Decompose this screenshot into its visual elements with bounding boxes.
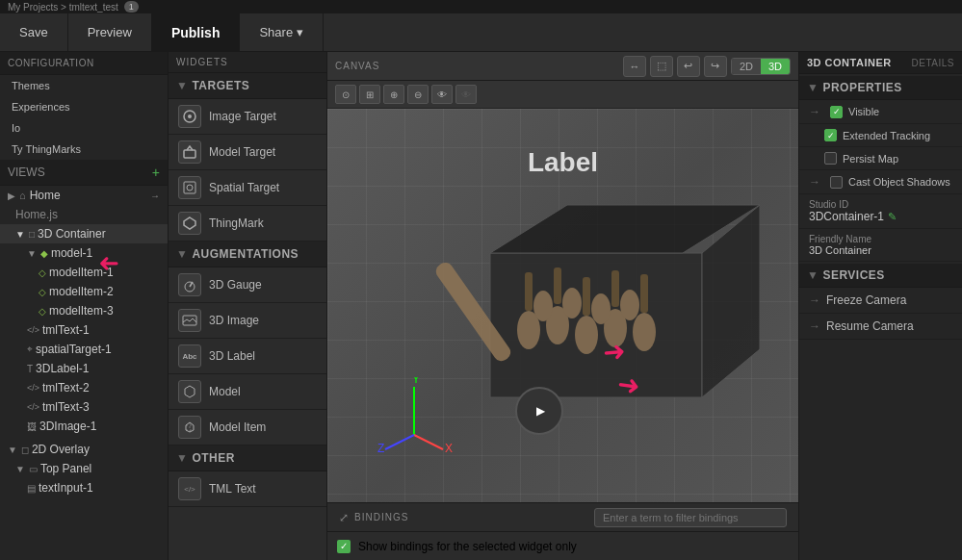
tmltext-1-label: tmlText-1 — [42, 323, 90, 337]
freeze-camera-service[interactable]: → Freeze Camera — [799, 288, 962, 314]
textinput-icon: ▤ — [27, 483, 36, 494]
3d-image-icon — [178, 309, 201, 332]
targets-section-header[interactable]: ▼ TARGETS — [169, 73, 326, 99]
camera-reset-btn[interactable]: ⊙ — [335, 85, 356, 104]
studio-id-edit-button[interactable]: ✎ — [888, 211, 897, 223]
visible-checkbox[interactable]: ✓ — [830, 106, 843, 118]
tree-item-top-panel[interactable]: ▼ ▭ Top Panel — [0, 459, 168, 478]
svg-line-27 — [414, 435, 443, 449]
redo-tool[interactable]: ↪ — [704, 56, 727, 77]
add-view-button[interactable]: + — [152, 165, 160, 180]
top-panel-label: Top Panel — [40, 462, 91, 475]
container-expand-arrow: ▼ — [15, 229, 25, 240]
resume-camera-service[interactable]: → Resume Camera — [799, 314, 962, 340]
tree-item-3dimage-1[interactable]: 🖼 3DImage-1 — [0, 417, 168, 436]
svg-rect-22 — [583, 277, 590, 316]
publish-button[interactable]: Publish — [152, 13, 241, 52]
tree-item-spatialtarget-1[interactable]: ⌖ spatialTarget-1 — [0, 340, 168, 359]
config-io[interactable]: Io — [0, 117, 168, 139]
toolbar: Save Preview Publish Share ▾ — [0, 13, 962, 52]
widget-3d-image[interactable]: 3D Image — [169, 303, 326, 339]
tree-item-tmltext-2[interactable]: </> tmlText-2 — [0, 378, 168, 397]
widgets-panel: WIDGETS ▼ TARGETS Image Target Model Tar… — [169, 52, 327, 560]
spatialtarget-icon: ⌖ — [27, 344, 33, 355]
widget-model-item[interactable]: Model Item — [169, 410, 326, 445]
eye-btn[interactable]: 👁 — [431, 85, 453, 104]
bindings-filter-input[interactable] — [594, 508, 787, 527]
3dlabel-1-label: 3DLabel-1 — [36, 362, 89, 375]
eye2-btn[interactable]: 👁 — [455, 85, 477, 104]
widget-3d-label[interactable]: Abc 3D Label — [169, 339, 326, 374]
widget-spatial-target[interactable]: Spatial Target — [169, 170, 326, 206]
left-panel: CONFIGURATION Themes Experiences Io Ty T… — [0, 52, 169, 560]
bindings-bar: ⤢ BINDINGS — [327, 502, 798, 531]
modelitem-2-label: modelItem-2 — [49, 285, 114, 298]
svg-point-18 — [591, 293, 611, 324]
move-tool[interactable]: ↔ — [623, 56, 646, 77]
cast-shadows-label: Cast Object Shadows — [848, 176, 950, 188]
tree-item-3d-container[interactable]: ▼ □ 3D Container — [0, 224, 168, 243]
model-label: Model — [209, 385, 241, 398]
3dlabel-icon: T — [27, 364, 33, 374]
model-icon — [178, 380, 201, 403]
view-2d-button[interactable]: 2D — [732, 59, 761, 74]
tree-item-home-js[interactable]: Home.js — [0, 205, 168, 224]
version-badge: 1 — [124, 1, 139, 13]
config-experiences[interactable]: Experiences — [0, 96, 168, 117]
svg-text:Y: Y — [412, 377, 420, 386]
model-item-label: Model Item — [209, 420, 266, 434]
widget-tml-text[interactable]: </> TML Text — [169, 471, 326, 507]
overlay-expand-arrow: ▼ — [8, 445, 17, 455]
services-section-header[interactable]: ▼ SERVICES — [799, 264, 962, 288]
tree-item-modelitem-2[interactable]: ◇ modelItem-2 — [0, 282, 168, 301]
canvas-viewport[interactable]: Label — [327, 109, 798, 502]
other-section-header[interactable]: ▼ OTHER — [169, 445, 326, 471]
select-tool[interactable]: ⬚ — [650, 56, 673, 77]
view-3d-button[interactable]: 3D — [761, 59, 790, 74]
fit-btn[interactable]: ⊞ — [359, 85, 380, 104]
share-button[interactable]: Share ▾ — [240, 13, 323, 52]
extended-tracking-checkbox[interactable]: ✓ — [824, 129, 837, 141]
tree-item-textinput-1[interactable]: ▤ textInput-1 — [0, 478, 168, 497]
cast-shadows-checkbox[interactable] — [830, 176, 843, 189]
tree-item-2d-overlay[interactable]: ▼ ◻ 2D Overlay — [0, 440, 168, 459]
persist-map-checkbox[interactable] — [824, 152, 837, 165]
container-icon: □ — [29, 229, 35, 240]
properties-section-header[interactable]: ▼ PROPERTIES — [799, 76, 962, 100]
tmltext1-icon: </> — [27, 325, 39, 335]
preview-button[interactable]: Preview — [68, 13, 152, 52]
play-button[interactable]: ▶ — [515, 387, 563, 435]
show-bindings-checkbox[interactable]: ✓ — [337, 540, 351, 553]
config-thingmarks[interactable]: Ty ThingMarks — [0, 139, 168, 160]
details-label: DETAILS — [912, 58, 954, 68]
widget-thingmark[interactable]: ThingMark — [169, 206, 326, 242]
right-panel-header: 3D CONTAINER DETAILS — [799, 52, 962, 74]
tree-item-model-1[interactable]: ▼ ◆ model-1 — [0, 243, 168, 263]
tree-item-tmltext-1[interactable]: </> tmlText-1 — [0, 320, 168, 340]
zoom-out-btn[interactable]: ⊖ — [407, 85, 429, 104]
wine-box-svg — [432, 176, 760, 426]
save-button[interactable]: Save — [0, 13, 68, 52]
config-themes[interactable]: Themes — [0, 75, 168, 96]
image-target-label: Image Target — [209, 110, 276, 123]
bindings-expand-icon[interactable]: ⤢ — [339, 511, 349, 524]
container-label: 3D Container — [38, 227, 106, 241]
widget-image-target[interactable]: Image Target — [169, 99, 326, 135]
tree-item-home[interactable]: ▶ ⌂ Home → — [0, 186, 168, 205]
modelitem-1-label: modelItem-1 — [49, 266, 114, 279]
tree-item-3dlabel-1[interactable]: T 3DLabel-1 — [0, 359, 168, 378]
tree-item-tmltext-3[interactable]: </> tmlText-3 — [0, 397, 168, 417]
undo-tool[interactable]: ↩ — [677, 56, 700, 77]
widget-3d-gauge[interactable]: 3D Gauge — [169, 267, 326, 303]
resume-arrow: → — [809, 319, 820, 333]
widget-model-target[interactable]: Model Target — [169, 135, 326, 170]
properties-header-label: PROPERTIES — [822, 81, 901, 94]
tree-item-modelitem-3[interactable]: ◇ modelItem-3 — [0, 301, 168, 320]
targets-arrow: ▼ — [176, 79, 188, 92]
augmentations-section-header[interactable]: ▼ AUGMENTATIONS — [169, 242, 326, 267]
zoom-btn[interactable]: ⊕ — [383, 85, 404, 104]
tree-item-modelitem-1[interactable]: ◇ modelItem-1 — [0, 263, 168, 282]
canvas-scene-label: Label — [528, 147, 598, 178]
model-target-label: Model Target — [209, 145, 275, 159]
widget-model[interactable]: Model — [169, 374, 326, 410]
